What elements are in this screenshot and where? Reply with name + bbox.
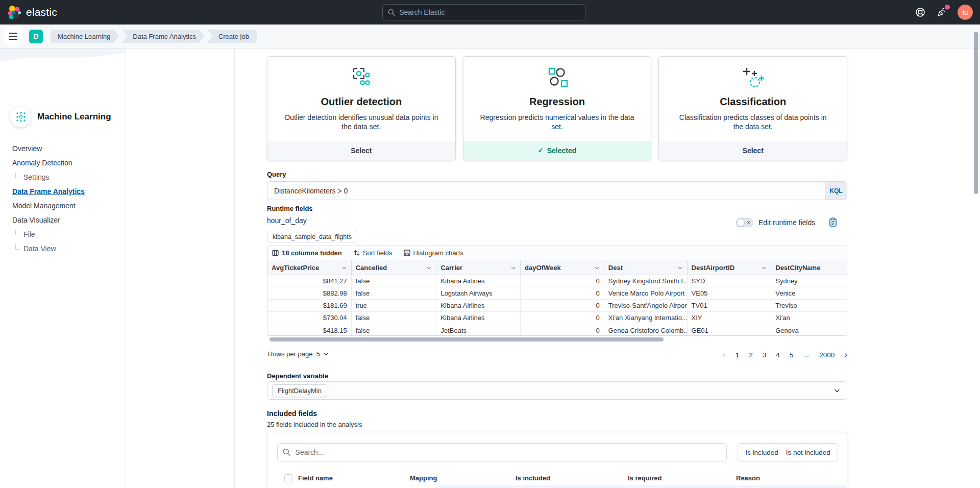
select-outlier-detection-button[interactable]: Select bbox=[267, 141, 455, 160]
sidebar-item-data-frame-analytics[interactable]: Data Frame Analytics bbox=[0, 184, 126, 199]
is-not-included-filter-button[interactable]: Is not included bbox=[786, 449, 830, 456]
sidebar-item-settings[interactable]: Settings bbox=[0, 170, 126, 184]
chevron-down-icon[interactable] bbox=[834, 387, 841, 394]
edit-runtime-fields-control: × Edit runtime fields bbox=[736, 217, 838, 227]
column-header-carrier[interactable]: Carrier bbox=[436, 260, 521, 275]
next-page-button[interactable]: › bbox=[844, 350, 847, 360]
fields-search-input[interactable] bbox=[296, 448, 721, 456]
cell-cancelled: false bbox=[352, 275, 437, 287]
page-1-button[interactable]: 1 bbox=[736, 351, 740, 359]
field-row-partial bbox=[436, 485, 846, 488]
sidebar-item-data-visualizer[interactable]: Data Visualizer bbox=[0, 213, 126, 227]
select-classification-button[interactable]: Select bbox=[659, 141, 847, 160]
columns-icon bbox=[272, 250, 279, 256]
columns-hidden-button[interactable]: 18 columns hidden bbox=[272, 249, 342, 257]
query-language-button[interactable]: KQL bbox=[825, 182, 847, 200]
sidebar-item-model-management[interactable]: Model Management bbox=[0, 199, 126, 213]
newsfeed-button[interactable] bbox=[936, 7, 947, 18]
help-icon[interactable] bbox=[915, 7, 926, 18]
fields-search[interactable] bbox=[277, 443, 727, 461]
sort-fields-button[interactable]: Sort fields bbox=[353, 249, 393, 257]
cell-dayofweek: 0 bbox=[521, 287, 604, 299]
pagination: ‹ 1 2 3 4 5 … 2000 › bbox=[715, 349, 847, 361]
page-5-button[interactable]: 5 bbox=[790, 351, 794, 359]
page-scrollbar[interactable] bbox=[974, 32, 978, 194]
page-2-button[interactable]: 2 bbox=[749, 351, 753, 359]
sidebar-title: Machine Learning bbox=[37, 112, 111, 122]
query-value[interactable]: DistanceKilometers > 0 bbox=[267, 187, 825, 195]
table-row: $418.15 false JetBeats 0 Genoa Cristofor… bbox=[267, 324, 847, 336]
cell-carrier: Kibana Airlines bbox=[436, 275, 521, 287]
breadcrumb-create-job: Create job bbox=[207, 30, 257, 43]
edit-runtime-fields-toggle[interactable]: × bbox=[736, 218, 753, 227]
chevron-down-icon[interactable] bbox=[510, 265, 516, 271]
cell-destcityname: Treviso bbox=[771, 300, 847, 311]
table-row: $882.98 false Logstash Airways 0 Venice … bbox=[267, 287, 847, 300]
toggle-off-icon: × bbox=[747, 218, 750, 227]
table-row: $181.69 true Kibana Airlines 0 Treviso-S… bbox=[267, 300, 847, 312]
fields-column-mapping: Mapping bbox=[410, 474, 437, 482]
histogram-icon bbox=[404, 250, 410, 256]
global-search-input[interactable] bbox=[399, 8, 580, 16]
chevron-down-icon[interactable] bbox=[677, 265, 683, 271]
cell-dest: Xi'an Xianyang Internatio... bbox=[604, 312, 688, 324]
dependent-variable-select[interactable]: FlightDelayMin bbox=[267, 381, 847, 400]
tree-elbow bbox=[15, 230, 20, 235]
card-description: Regression predicts numerical values in … bbox=[463, 113, 651, 131]
elastic-brand[interactable]: elastic bbox=[7, 5, 57, 19]
grid-toolbar: 18 columns hidden Sort fields Histogram … bbox=[267, 246, 847, 260]
fields-column-field-name: Field name bbox=[298, 474, 333, 482]
column-header-destairportid[interactable]: DestAirportID bbox=[688, 260, 772, 275]
chevron-down-icon[interactable] bbox=[426, 265, 432, 271]
cell-avgticketprice: $730.04 bbox=[267, 312, 352, 324]
included-fields-label: Included fields bbox=[267, 409, 317, 418]
runtime-field-name: hour_of_day bbox=[267, 216, 307, 225]
cell-destairportid: VE05 bbox=[688, 287, 772, 299]
chevron-down-icon[interactable] bbox=[761, 265, 767, 271]
table-row: $841.27 false Kibana Airlines 0 Sydney K… bbox=[267, 275, 847, 287]
is-included-filter-button[interactable]: Is included bbox=[745, 449, 778, 456]
deployment-badge[interactable]: D bbox=[29, 30, 43, 43]
menu-button[interactable] bbox=[4, 27, 22, 45]
column-header-cancelled[interactable]: Cancelled bbox=[352, 260, 437, 275]
select-all-checkbox[interactable] bbox=[284, 474, 292, 482]
ml-create-job-page: elastic tu bbox=[0, 0, 980, 488]
sidebar-item-overview[interactable]: Overview bbox=[0, 141, 126, 156]
cell-avgticketprice: $882.98 bbox=[267, 287, 352, 299]
sidebar-item-anomaly-detection[interactable]: Anomaly Detection bbox=[0, 156, 126, 170]
user-avatar[interactable]: tu bbox=[958, 5, 973, 20]
table-row: $730.04 false Kibana Airlines 0 Xi'an Xi… bbox=[267, 312, 847, 324]
breadcrumb-machine-learning[interactable]: Machine Learning bbox=[51, 30, 119, 43]
query-input[interactable]: DistanceKilometers > 0 KQL bbox=[267, 181, 847, 200]
sidebar-item-file[interactable]: File bbox=[0, 227, 126, 241]
cell-carrier: Kibana Airlines bbox=[436, 300, 521, 311]
cell-destairportid: GE01 bbox=[688, 324, 772, 336]
breadcrumb-data-frame-analytics[interactable]: Data Frame Analytics bbox=[121, 30, 205, 43]
page-3-button[interactable]: 3 bbox=[763, 351, 767, 359]
previous-page-button[interactable]: ‹ bbox=[723, 350, 726, 360]
chevron-down-icon[interactable] bbox=[594, 265, 600, 271]
clipboard-icon[interactable] bbox=[828, 217, 838, 227]
cell-dayofweek: 0 bbox=[521, 275, 604, 287]
notification-dot bbox=[945, 5, 950, 10]
chevron-down-icon[interactable] bbox=[341, 265, 347, 271]
sidebar-item-data-view[interactable]: Data View bbox=[0, 241, 126, 256]
breadcrumb-bar: D Machine Learning Data Frame Analytics … bbox=[0, 25, 980, 48]
page-4-button[interactable]: 4 bbox=[776, 351, 780, 359]
grid-header-row: AvgTicketPrice Cancelled Carrier dayOfWe… bbox=[267, 260, 847, 275]
card-title: Regression bbox=[463, 96, 651, 108]
rows-per-page-button[interactable]: Rows per page: 5 bbox=[268, 350, 329, 358]
column-header-dest[interactable]: Dest bbox=[604, 260, 688, 275]
grid-horizontal-scrollbar[interactable] bbox=[270, 337, 664, 341]
column-header-avgticketprice[interactable]: AvgTicketPrice bbox=[267, 260, 352, 275]
cell-cancelled: false bbox=[352, 324, 437, 336]
global-search[interactable] bbox=[382, 4, 585, 20]
column-header-dayofweek[interactable]: dayOfWeek bbox=[521, 260, 604, 275]
column-header-destcityname[interactable]: DestCityName bbox=[771, 260, 847, 275]
card-description: Outlier detection identifies unusual dat… bbox=[267, 113, 455, 131]
regression-selected-button[interactable]: ✓ Selected bbox=[463, 141, 651, 160]
last-page-button[interactable]: 2000 bbox=[819, 351, 835, 359]
brand-name: elastic bbox=[26, 6, 57, 18]
histogram-charts-button[interactable]: Histogram charts bbox=[404, 249, 463, 257]
cell-carrier: Kibana Airlines bbox=[436, 312, 521, 324]
